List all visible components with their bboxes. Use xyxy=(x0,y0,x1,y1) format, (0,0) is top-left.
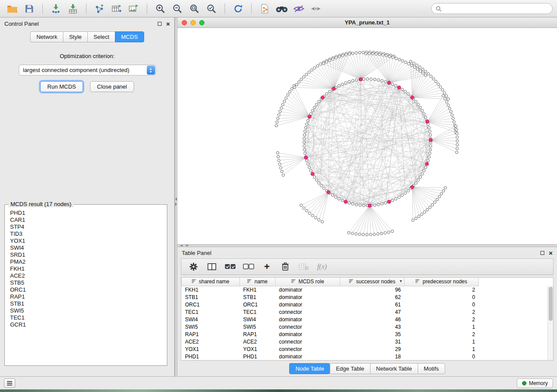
tab-mcds[interactable]: MCDS xyxy=(115,31,144,42)
table-cell[interactable]: TEC1 xyxy=(182,308,240,316)
table-settings-button[interactable] xyxy=(187,260,201,273)
table-cell[interactable]: dominator xyxy=(276,293,340,301)
table-cell[interactable]: 43 xyxy=(340,323,405,330)
table-cell[interactable]: 62 xyxy=(340,293,405,301)
expand-right-icon[interactable] xyxy=(175,203,177,206)
search-input[interactable] xyxy=(444,6,548,12)
table-header-row[interactable]: shared namenameMCDS rolesuccessor nodes▾… xyxy=(182,278,548,286)
search-box[interactable] xyxy=(431,3,553,14)
table-cell[interactable]: FKH1 xyxy=(240,286,276,293)
zoom-fit-button[interactable] xyxy=(187,2,202,15)
import-table-button[interactable] xyxy=(65,2,81,15)
table-cell[interactable]: SWI4 xyxy=(240,316,276,323)
show-columns-button[interactable] xyxy=(205,260,219,273)
deselect-all-button[interactable] xyxy=(242,260,256,273)
table-cell[interactable]: ACE2 xyxy=(240,338,276,345)
table-cell[interactable]: STB1 xyxy=(182,293,240,301)
table-row[interactable]: YOX1YOX1connector291 xyxy=(182,345,548,353)
window-minimize-icon[interactable] xyxy=(190,20,196,25)
table-cell[interactable]: 96 xyxy=(340,286,405,293)
table-cell[interactable]: 1 xyxy=(405,338,479,345)
table-cell[interactable]: 46 xyxy=(340,316,405,323)
table-row[interactable]: STB1STB1dominator620 xyxy=(182,293,548,301)
table-cell[interactable]: SWI5 xyxy=(182,323,240,330)
table-cell[interactable]: 35 xyxy=(340,330,405,338)
mcds-result-item[interactable]: ACE2 xyxy=(10,272,166,279)
memory-button[interactable]: Memory xyxy=(517,378,553,388)
new-network-button[interactable] xyxy=(92,2,107,15)
mcds-result-item[interactable]: TID3 xyxy=(10,230,166,237)
table-cell[interactable]: dominator xyxy=(276,353,340,360)
mcds-result-item[interactable]: STP4 xyxy=(10,224,166,230)
table-cell[interactable]: connector xyxy=(276,308,340,316)
mcds-result-item[interactable]: GCR1 xyxy=(10,321,166,328)
table-cell[interactable]: PHD1 xyxy=(240,353,276,360)
table-cell[interactable]: 1 xyxy=(405,323,479,330)
import-network-button[interactable] xyxy=(48,2,64,15)
table-cell[interactable]: ORC1 xyxy=(240,301,276,308)
collapse-up-icon[interactable] xyxy=(180,244,183,246)
refresh-button[interactable] xyxy=(230,2,246,15)
table-cell[interactable]: 31 xyxy=(340,338,405,345)
mcds-result-item[interactable]: SRD1 xyxy=(10,251,166,258)
float-panel-icon[interactable] xyxy=(158,22,162,26)
table-cell[interactable]: dominator xyxy=(276,330,340,338)
tab-style[interactable]: Style xyxy=(63,31,87,42)
table-cell[interactable]: 0 xyxy=(405,353,479,360)
table-row[interactable]: PHD1PHD1dominator180 xyxy=(182,353,548,360)
mcds-result-item[interactable]: STB5 xyxy=(10,279,166,286)
select-all-button[interactable] xyxy=(223,260,237,273)
table-cell[interactable]: 29 xyxy=(340,345,405,353)
tab-node-table[interactable]: Node Table xyxy=(289,363,330,374)
mcds-result-item[interactable]: RAP1 xyxy=(10,293,166,300)
network-from-image-button[interactable] xyxy=(126,2,142,15)
zoom-selected-button[interactable] xyxy=(204,2,219,15)
save-button[interactable] xyxy=(21,2,37,15)
table-cell[interactable]: 2 xyxy=(405,286,479,293)
mcds-result-item[interactable]: FKH1 xyxy=(10,265,166,272)
table-cell[interactable]: dominator xyxy=(276,301,340,308)
table-cell[interactable]: connector xyxy=(276,345,340,353)
open-folder-button[interactable] xyxy=(4,2,20,15)
export-document-button[interactable] xyxy=(257,2,273,15)
column-header-MCDS-role[interactable]: MCDS role xyxy=(276,278,340,286)
table-cell[interactable]: RAP1 xyxy=(240,330,276,338)
mcds-result-item[interactable]: YOX1 xyxy=(10,237,166,244)
table-cell[interactable]: STB1 xyxy=(240,293,276,301)
mcds-result-item[interactable]: STB1 xyxy=(10,300,166,307)
table-row[interactable]: ORC1ORC1dominator610 xyxy=(182,301,548,308)
table-cell[interactable]: dominator xyxy=(276,286,340,293)
close-panel-icon[interactable]: × xyxy=(166,21,170,27)
column-header-name[interactable]: name xyxy=(240,278,276,286)
add-column-button[interactable]: + xyxy=(260,260,274,273)
tab-select[interactable]: Select xyxy=(87,31,115,42)
table-cell[interactable]: 2 xyxy=(405,308,479,316)
table-cell[interactable]: ORC1 xyxy=(182,301,240,308)
table-row[interactable]: SWI5SWI5connector431 xyxy=(182,323,548,330)
table-row[interactable]: TEC1TEC1connector472 xyxy=(182,308,548,316)
table-cell[interactable]: 47 xyxy=(340,308,405,316)
table-cell[interactable]: 2 xyxy=(405,330,479,338)
tab-motifs[interactable]: Motifs xyxy=(418,363,445,374)
column-header-shared-name[interactable]: shared name xyxy=(182,278,240,286)
table-cell[interactable]: PHD1 xyxy=(182,353,240,360)
mcds-result-item[interactable]: CAR1 xyxy=(10,217,166,224)
table-cell[interactable]: SWI5 xyxy=(240,323,276,330)
mcds-result-item[interactable]: SWI4 xyxy=(10,244,166,251)
table-cell[interactable]: YOX1 xyxy=(182,345,240,353)
network-window-titlebar[interactable]: YPA_prune.txt_1 xyxy=(177,17,557,28)
network-from-table-button[interactable] xyxy=(109,2,125,15)
table-row[interactable]: SWI4SWI4dominator462 xyxy=(182,316,548,323)
zoom-in-button[interactable] xyxy=(152,2,168,15)
table-cell[interactable]: dominator xyxy=(276,316,340,323)
table-cell[interactable]: connector xyxy=(276,323,340,330)
column-header-successor-nodes[interactable]: successor nodes▾ xyxy=(340,278,405,286)
zoom-out-button[interactable] xyxy=(170,2,185,15)
close-panel-icon[interactable]: × xyxy=(549,250,553,256)
window-maximize-icon[interactable] xyxy=(199,20,204,25)
collapse-left-icon[interactable] xyxy=(175,197,177,201)
table-cell[interactable]: 0 xyxy=(405,293,479,301)
table-row[interactable]: RAP1RAP1dominator352 xyxy=(182,330,548,338)
table-cell[interactable]: ACE2 xyxy=(182,338,240,345)
mcds-result-item[interactable]: PHD1 xyxy=(10,210,166,217)
